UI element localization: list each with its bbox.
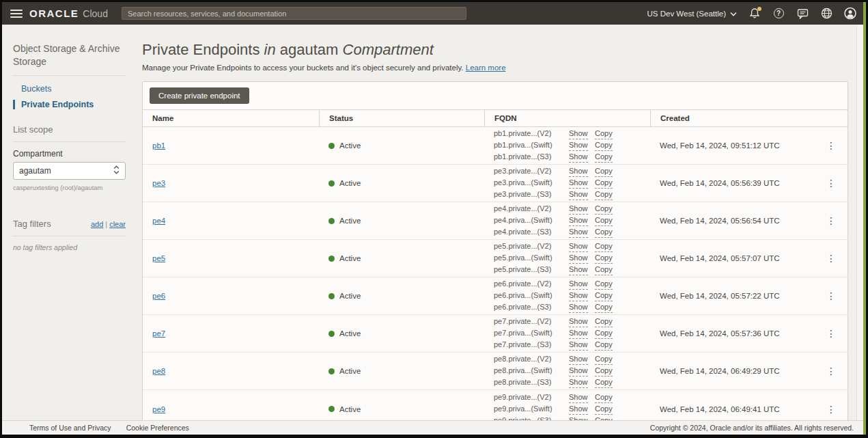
copy-fqdn-link[interactable]: Copy bbox=[595, 152, 613, 163]
help-icon[interactable]: ? bbox=[772, 8, 785, 20]
copy-fqdn-link[interactable]: Copy bbox=[595, 264, 613, 275]
copy-fqdn-link[interactable]: Copy bbox=[595, 128, 613, 139]
create-private-endpoint-button[interactable]: Create private endpoint bbox=[150, 87, 249, 104]
status-cell: Active bbox=[319, 367, 484, 375]
copy-fqdn-link[interactable]: Copy bbox=[595, 404, 613, 415]
kebab-menu-icon[interactable]: ⋮ bbox=[824, 405, 838, 414]
compartment-select[interactable]: agautam bbox=[13, 162, 126, 180]
show-fqdn-link[interactable]: Show bbox=[569, 178, 588, 189]
copy-fqdn-link[interactable]: Copy bbox=[595, 392, 613, 403]
copy-fqdn-link[interactable]: Copy bbox=[595, 189, 613, 200]
copy-fqdn-link[interactable]: Copy bbox=[595, 340, 613, 351]
copy-fqdn-link[interactable]: Copy bbox=[595, 279, 613, 290]
endpoint-name-link[interactable]: pe6 bbox=[152, 292, 165, 300]
show-fqdn-link[interactable]: Show bbox=[569, 354, 588, 365]
copy-fqdn-link[interactable]: Copy bbox=[595, 290, 613, 301]
kebab-menu-icon[interactable]: ⋮ bbox=[824, 366, 838, 376]
copy-fqdn-link[interactable]: Copy bbox=[595, 415, 613, 421]
show-fqdn-link[interactable]: Show bbox=[569, 215, 588, 226]
show-fqdn-link[interactable]: Show bbox=[569, 302, 588, 313]
fqdn-line: pb1.priva...(Swift)ShowCopy bbox=[494, 140, 641, 151]
sidebar-item-buckets[interactable]: Buckets bbox=[13, 84, 126, 94]
copy-fqdn-link[interactable]: Copy bbox=[595, 215, 613, 226]
compartment-path: casperuxtesting (root)/agautam bbox=[13, 184, 126, 191]
tag-add-link[interactable]: add bbox=[91, 220, 103, 228]
created-cell: Wed, Feb 14, 2024, 06:49:29 UTC ⋮ bbox=[650, 366, 848, 376]
show-fqdn-link[interactable]: Show bbox=[569, 128, 588, 139]
kebab-menu-icon[interactable]: ⋮ bbox=[824, 329, 838, 338]
endpoint-name-link[interactable]: pb1 bbox=[152, 141, 165, 150]
show-fqdn-link[interactable]: Show bbox=[569, 290, 588, 301]
copy-fqdn-link[interactable]: Copy bbox=[595, 178, 613, 189]
copy-fqdn-link[interactable]: Copy bbox=[595, 253, 613, 264]
show-fqdn-link[interactable]: Show bbox=[569, 415, 588, 421]
logo-oracle-text: ORACLE bbox=[29, 8, 79, 19]
tag-clear-link[interactable]: clear bbox=[109, 220, 126, 228]
copy-fqdn-link[interactable]: Copy bbox=[595, 302, 613, 313]
endpoint-name-link[interactable]: pe8 bbox=[152, 367, 165, 375]
search-input[interactable] bbox=[128, 10, 460, 18]
kebab-menu-icon[interactable]: ⋮ bbox=[824, 178, 838, 188]
notifications-bell-icon[interactable] bbox=[748, 8, 761, 20]
copy-fqdn-link[interactable]: Copy bbox=[595, 354, 613, 365]
copy-fqdn-link[interactable]: Copy bbox=[595, 204, 613, 215]
endpoint-name-link[interactable]: pe4 bbox=[152, 217, 165, 225]
endpoint-name-link[interactable]: pe5 bbox=[152, 254, 165, 262]
main-content: Private Endpoints in agautam Compartment… bbox=[137, 25, 866, 420]
copy-fqdn-link[interactable]: Copy bbox=[595, 316, 613, 327]
tag-links-separator: | bbox=[105, 220, 107, 228]
fqdn-line: pe7.priva...(Swift)ShowCopy bbox=[494, 328, 641, 339]
show-fqdn-link[interactable]: Show bbox=[569, 264, 588, 275]
show-fqdn-link[interactable]: Show bbox=[569, 152, 588, 163]
copy-fqdn-link[interactable]: Copy bbox=[595, 377, 613, 388]
show-fqdn-link[interactable]: Show bbox=[569, 328, 588, 339]
kebab-menu-icon[interactable]: ⋮ bbox=[824, 291, 838, 301]
copy-fqdn-link[interactable]: Copy bbox=[595, 241, 613, 252]
language-globe-icon[interactable] bbox=[820, 8, 832, 20]
created-value: Wed, Feb 14, 2024, 06:49:29 UTC bbox=[660, 367, 780, 375]
endpoint-name-link[interactable]: pe9 bbox=[152, 405, 165, 413]
feedback-chat-icon[interactable] bbox=[796, 8, 809, 20]
copy-fqdn-link[interactable]: Copy bbox=[595, 166, 613, 177]
show-fqdn-link[interactable]: Show bbox=[569, 340, 588, 351]
show-fqdn-link[interactable]: Show bbox=[569, 404, 588, 415]
kebab-menu-icon[interactable]: ⋮ bbox=[824, 216, 838, 225]
topbar: ORACLE Cloud US Dev West (Seattle) bbox=[2, 2, 866, 25]
sidebar-item-private-endpoints[interactable]: Private Endpoints bbox=[13, 100, 126, 109]
fqdn-cell: pe4.private...(V2)ShowCopype4.priva...(S… bbox=[484, 204, 650, 238]
table-row: pe9 Active pe9.private...(V2)ShowCopype9… bbox=[143, 390, 848, 420]
show-fqdn-link[interactable]: Show bbox=[569, 189, 588, 200]
vertical-scrollbar[interactable] bbox=[856, 25, 863, 420]
show-fqdn-link[interactable]: Show bbox=[569, 204, 588, 215]
endpoint-name-link[interactable]: pe7 bbox=[152, 329, 165, 338]
kebab-menu-icon[interactable]: ⋮ bbox=[824, 254, 838, 263]
region-selector[interactable]: US Dev West (Seattle) bbox=[647, 10, 737, 18]
copy-fqdn-link[interactable]: Copy bbox=[595, 366, 613, 377]
created-cell: Wed, Feb 14, 2024, 06:49:41 UTC ⋮ bbox=[650, 405, 848, 414]
copy-fqdn-link[interactable]: Copy bbox=[595, 227, 613, 238]
terms-link[interactable]: Terms of Use and Privacy bbox=[29, 424, 111, 432]
copy-fqdn-link[interactable]: Copy bbox=[595, 140, 613, 151]
kebab-menu-icon[interactable]: ⋮ bbox=[824, 141, 838, 150]
navigation-menu-icon[interactable] bbox=[10, 10, 23, 18]
show-fqdn-link[interactable]: Show bbox=[569, 316, 588, 327]
cookie-preferences-link[interactable]: Cookie Preferences bbox=[126, 424, 189, 432]
show-fqdn-link[interactable]: Show bbox=[569, 166, 588, 177]
learn-more-link[interactable]: Learn more bbox=[466, 64, 506, 72]
show-fqdn-link[interactable]: Show bbox=[569, 366, 588, 377]
fqdn-value: pe4.private...(S3) bbox=[494, 227, 569, 237]
show-fqdn-link[interactable]: Show bbox=[569, 377, 588, 388]
show-fqdn-link[interactable]: Show bbox=[569, 392, 588, 403]
show-fqdn-link[interactable]: Show bbox=[569, 241, 588, 252]
endpoint-name-link[interactable]: pe3 bbox=[152, 179, 165, 187]
show-fqdn-link[interactable]: Show bbox=[569, 140, 588, 151]
show-fqdn-link[interactable]: Show bbox=[569, 279, 588, 290]
fqdn-value: pe8.private...(V2) bbox=[494, 354, 569, 364]
copy-fqdn-link[interactable]: Copy bbox=[595, 328, 613, 339]
show-fqdn-link[interactable]: Show bbox=[569, 227, 588, 238]
fqdn-line: pe6.private...(V2)ShowCopy bbox=[494, 279, 641, 290]
table-row: pe8 Active pe8.private...(V2)ShowCopype8… bbox=[143, 353, 848, 390]
user-profile-avatar[interactable] bbox=[844, 8, 856, 20]
created-value: Wed, Feb 14, 2024, 05:56:39 UTC bbox=[660, 179, 780, 187]
show-fqdn-link[interactable]: Show bbox=[569, 253, 588, 264]
